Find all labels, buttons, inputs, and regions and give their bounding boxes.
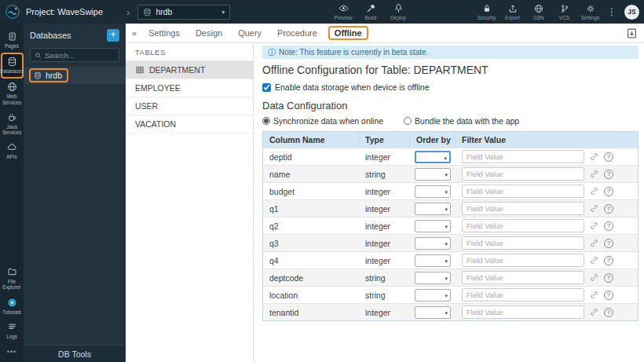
sidebar-item-tutorials[interactable]: Tutorials <box>1 294 24 319</box>
sidebar-item-pages[interactable]: Pages <box>1 28 24 53</box>
table-item-user[interactable]: USER <box>126 97 253 115</box>
settings-button[interactable]: Settings <box>578 0 602 24</box>
filter-value-input[interactable] <box>462 254 584 267</box>
filter-value-input[interactable] <box>462 202 584 215</box>
order-by-select[interactable]: ▾ <box>415 203 451 215</box>
search-icon <box>35 52 42 59</box>
filter-value-input[interactable] <box>462 236 584 250</box>
table-item-department[interactable]: DEPARTMENT <box>126 61 253 79</box>
chevron-down-icon: ▾ <box>444 155 447 161</box>
i18n-label: I18N <box>533 15 544 20</box>
order-by-select[interactable]: ▾ <box>415 185 451 198</box>
sidebar-item-file-explorer[interactable]: File Explorer <box>1 264 24 294</box>
hammer-icon <box>366 3 376 13</box>
vcs-button[interactable]: VCS <box>552 0 576 24</box>
order-by-select[interactable]: ▾ <box>415 220 451 232</box>
rail-more-icon[interactable]: ••• <box>7 343 16 362</box>
wavemaker-logo-icon[interactable] <box>5 5 20 19</box>
link-icon[interactable] <box>590 273 598 282</box>
user-avatar[interactable]: JS <box>624 5 639 20</box>
link-icon[interactable] <box>590 308 598 316</box>
top-bar: Project: WaveSwipe › hrdb ▾ Preview <box>0 0 644 24</box>
tab-settings[interactable]: Settings <box>141 28 188 38</box>
order-by-select[interactable]: ▾ <box>415 272 451 284</box>
filter-value-input[interactable] <box>462 271 584 284</box>
preview-button[interactable]: Preview <box>331 0 356 24</box>
lock-icon <box>482 4 492 13</box>
deploy-button[interactable]: Deploy <box>386 0 411 24</box>
header-column-name: Column Name <box>263 132 359 148</box>
export-icon <box>508 4 518 13</box>
help-icon[interactable]: ? <box>604 273 613 283</box>
sidebar-item-java-services[interactable]: Java Services <box>1 109 24 139</box>
table-row: q2 integer ▾ ? <box>263 217 638 234</box>
filter-value-input[interactable] <box>462 167 584 181</box>
column-name-cell: deptcode <box>263 273 359 283</box>
link-icon[interactable] <box>590 221 598 230</box>
order-by-select[interactable]: ▾ <box>415 254 451 267</box>
order-by-select[interactable]: ▾ <box>415 168 451 181</box>
security-button[interactable]: Security <box>474 0 499 24</box>
column-type-cell: integer <box>359 221 410 231</box>
offline-config-content: ⓘ Note: This feature is currently in bet… <box>254 43 644 362</box>
build-button[interactable]: Build <box>359 0 383 24</box>
order-by-select[interactable]: ▾ <box>415 289 451 302</box>
link-icon[interactable] <box>590 239 598 247</box>
help-icon[interactable]: ? <box>604 204 613 214</box>
help-icon[interactable]: ? <box>604 152 613 162</box>
sidebar-item-databases[interactable]: Databases <box>1 53 24 79</box>
collapse-panel-icon[interactable]: « <box>128 28 141 38</box>
link-icon[interactable] <box>590 170 598 178</box>
help-icon[interactable]: ? <box>604 308 613 317</box>
radio-synchronize-input[interactable] <box>262 117 270 125</box>
tab-query[interactable]: Query <box>230 28 269 38</box>
help-icon[interactable]: ? <box>604 187 613 196</box>
radio-bundle-with-app[interactable]: Bundle the data with the app <box>404 116 519 126</box>
tab-offline[interactable]: Offline <box>325 26 371 40</box>
table-row: location string ▾ ? <box>263 286 638 303</box>
add-database-button[interactable]: + <box>107 29 119 42</box>
link-icon[interactable] <box>590 291 598 299</box>
table-item-employee[interactable]: EMPLOYEE <box>126 79 253 97</box>
help-icon[interactable]: ? <box>604 239 613 248</box>
table-item-vacation[interactable]: VACATION <box>126 115 253 133</box>
chevron-down-icon: ▾ <box>221 9 225 16</box>
export-button[interactable]: Export <box>500 0 525 24</box>
tab-design[interactable]: Design <box>188 28 230 38</box>
gear-icon <box>586 4 595 13</box>
radio-synchronize-online[interactable]: Synchronize data when online <box>262 116 383 126</box>
search-input[interactable] <box>45 51 115 60</box>
database-selector[interactable]: hrdb ▾ <box>137 5 230 20</box>
sidebar-item-apis[interactable]: APIs <box>1 139 24 163</box>
link-icon[interactable] <box>590 187 598 196</box>
help-icon[interactable]: ? <box>604 221 613 231</box>
radio-bundle-input[interactable] <box>404 117 412 125</box>
export-db-icon[interactable] <box>626 27 638 39</box>
table-row: name string ▾ ? <box>263 165 638 182</box>
more-options-icon[interactable]: ⋮ <box>604 6 620 17</box>
db-tools-button[interactable]: DB Tools <box>24 345 126 362</box>
sidebar-item-logs[interactable]: Logs <box>1 319 24 343</box>
enable-offline-checkbox[interactable] <box>262 83 271 92</box>
link-icon[interactable] <box>590 204 598 213</box>
order-by-select[interactable]: ▾ <box>415 151 451 163</box>
order-by-select[interactable]: ▾ <box>415 237 451 250</box>
database-item-hrdb[interactable]: hrdb <box>24 67 126 84</box>
filter-value-input[interactable] <box>462 305 584 319</box>
link-icon[interactable] <box>590 256 598 265</box>
help-icon[interactable]: ? <box>604 256 613 265</box>
database-search[interactable] <box>30 48 119 62</box>
filter-value-input[interactable] <box>462 185 584 198</box>
globe-icon <box>534 4 543 13</box>
sidebar-item-web-services[interactable]: Web Services <box>1 79 24 108</box>
filter-value-input[interactable] <box>462 219 584 232</box>
filter-value-input[interactable] <box>462 288 584 302</box>
tab-procedure[interactable]: Procedure <box>269 28 325 38</box>
i18n-button[interactable]: I18N <box>526 0 551 24</box>
column-name-cell: q3 <box>263 239 359 248</box>
help-icon[interactable]: ? <box>604 291 613 300</box>
order-by-select[interactable]: ▾ <box>415 306 451 319</box>
link-icon[interactable] <box>590 152 598 161</box>
filter-value-input[interactable] <box>462 150 584 163</box>
help-icon[interactable]: ? <box>604 170 613 179</box>
